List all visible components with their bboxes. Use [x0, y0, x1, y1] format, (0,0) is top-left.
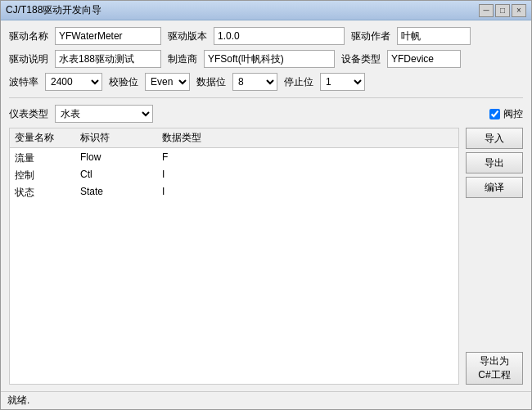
parity-select[interactable]: Even None Odd	[145, 73, 190, 91]
divider-1	[9, 97, 523, 98]
row-comm-settings: 波特率 2400 4800 9600 19200 38400 校验位 Even …	[9, 73, 523, 91]
valve-control-label: 阀控	[503, 107, 523, 121]
instrument-row: 仪表类型 水表 热表 气表 电表 阀控	[9, 105, 523, 123]
data-bits-select[interactable]: 8 7 6 5	[232, 73, 277, 91]
cell-type-2: I	[162, 186, 244, 200]
table-body: 流量 Flow F 控制 Ctl I 状态 State I	[10, 148, 458, 203]
driver-name-input[interactable]	[55, 27, 161, 45]
cell-name-2: 状态	[15, 186, 80, 200]
cell-name-0: 流量	[15, 151, 80, 165]
driver-version-label: 驱动版本	[168, 29, 207, 43]
status-text: 就绪.	[7, 394, 29, 408]
export-button[interactable]: 导出	[466, 152, 523, 173]
close-button[interactable]: ×	[512, 4, 526, 17]
driver-author-label: 驱动作者	[351, 29, 390, 43]
title-bar: CJ/T188驱动开发向导 ─ □ ×	[1, 1, 531, 20]
row-driver-info: 驱动名称 驱动版本 驱动作者	[9, 27, 523, 45]
table-header: 变量名称 标识符 数据类型	[10, 128, 458, 148]
main-window: CJ/T188驱动开发向导 ─ □ × 驱动名称 驱动版本 驱动作者 驱动说明 …	[0, 0, 532, 410]
driver-version-input[interactable]	[214, 27, 345, 45]
driver-name-label: 驱动名称	[9, 29, 48, 43]
driver-desc-input[interactable]	[55, 50, 161, 68]
table-row[interactable]: 状态 State I	[15, 184, 453, 201]
main-area: 变量名称 标识符 数据类型 流量 Flow F 控制 Ctl I	[9, 128, 523, 385]
parity-label: 校验位	[109, 75, 138, 89]
title-text: CJ/T188驱动开发向导	[6, 3, 101, 17]
title-buttons: ─ □ ×	[479, 4, 526, 17]
col-header-identifier: 标识符	[80, 131, 162, 145]
instrument-type-row: 仪表类型 水表 热表 气表 电表	[9, 105, 153, 123]
cell-id-1: Ctl	[80, 169, 162, 182]
import-button[interactable]: 导入	[466, 128, 523, 149]
device-type-input[interactable]	[387, 50, 461, 68]
valve-control-checkbox[interactable]	[489, 109, 500, 119]
minimize-button[interactable]: ─	[479, 4, 494, 17]
table-row[interactable]: 控制 Ctl I	[15, 167, 453, 184]
stop-bits-label: 停止位	[284, 75, 313, 89]
instrument-type-select[interactable]: 水表 热表 气表 电表	[55, 105, 153, 123]
data-bits-label: 数据位	[196, 75, 226, 89]
manufacturer-input[interactable]	[204, 50, 335, 68]
status-bar: 就绪.	[1, 391, 531, 409]
bottom-btn-container: 导出为 C#工程	[466, 345, 523, 385]
cell-type-0: F	[162, 151, 244, 165]
table-row[interactable]: 流量 Flow F	[15, 150, 453, 167]
content-area: 驱动名称 驱动版本 驱动作者 驱动说明 制造商 设备类型 波特率 2400 48…	[1, 20, 531, 391]
col-header-datatype: 数据类型	[162, 131, 244, 145]
cell-type-1: I	[162, 169, 244, 182]
valve-control-row: 阀控	[489, 107, 523, 121]
driver-desc-label: 驱动说明	[9, 52, 48, 66]
row-desc-info: 驱动说明 制造商 设备类型	[9, 50, 523, 68]
right-buttons: 导入 导出 编译 导出为 C#工程	[466, 128, 523, 385]
stop-bits-select[interactable]: 1 2	[320, 73, 365, 91]
baud-rate-label: 波特率	[9, 75, 38, 89]
driver-author-input[interactable]	[397, 27, 471, 45]
baud-rate-select[interactable]: 2400 4800 9600 19200 38400	[45, 73, 102, 91]
device-type-label: 设备类型	[341, 52, 381, 66]
compile-button[interactable]: 编译	[466, 177, 523, 198]
maximize-button[interactable]: □	[495, 4, 510, 17]
variable-table: 变量名称 标识符 数据类型 流量 Flow F 控制 Ctl I	[9, 128, 459, 385]
cell-id-2: State	[80, 186, 162, 200]
cell-name-1: 控制	[15, 169, 80, 182]
manufacturer-label: 制造商	[168, 52, 197, 66]
cell-id-0: Flow	[80, 151, 162, 165]
export-csharp-button[interactable]: 导出为 C#工程	[466, 352, 523, 385]
instrument-type-label: 仪表类型	[9, 107, 48, 121]
col-header-name: 变量名称	[15, 131, 80, 145]
